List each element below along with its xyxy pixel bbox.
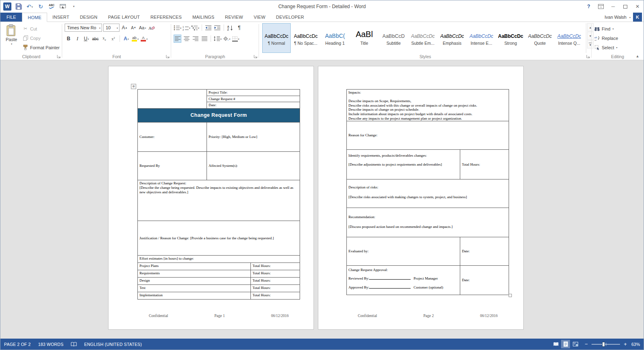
shrink-font-button[interactable]: A▼ (130, 24, 137, 32)
show-formatting-marks-button[interactable]: ¶ (235, 24, 243, 32)
customize-qat-button[interactable]: ▾ (70, 2, 77, 11)
style-item-quote[interactable]: AaBbCcDcQuote (526, 23, 554, 53)
view-web-layout-button[interactable] (571, 340, 580, 348)
clear-formatting-button[interactable]: A (148, 24, 155, 32)
styles-dialog-launcher[interactable] (586, 54, 590, 59)
justify-button[interactable] (200, 35, 208, 43)
chevron-down-icon[interactable]: ▾ (98, 26, 100, 29)
form-title-banner[interactable]: Change Request Form (138, 108, 300, 122)
collapse-ribbon-button[interactable]: ▲ (634, 53, 641, 59)
save-button[interactable] (15, 2, 22, 11)
italic-button[interactable]: I (74, 35, 81, 43)
cell-evaluated-by[interactable]: Evaluated by: (347, 237, 460, 265)
cell-identify-total-hours[interactable]: Total Hours: (460, 150, 509, 179)
help-button[interactable]: ? (583, 0, 595, 13)
close-button[interactable]: ✕ (631, 0, 644, 13)
cell-description-of-risks[interactable]: Description of risks: [Describe risks as… (347, 179, 509, 208)
style-item-title[interactable]: AaBlTitle (350, 23, 379, 53)
document-canvas[interactable]: ✛ Project Title: Change Request # Date: … (0, 60, 644, 339)
style-item-heading-1[interactable]: AaBbC(Heading 1 (321, 23, 349, 53)
tab-references[interactable]: REFERENCES (145, 13, 187, 22)
zoom-in-button[interactable]: + (623, 341, 627, 347)
cell-effort-label[interactable]: Requirements (138, 270, 251, 277)
numbering-button[interactable]: 12▾ (183, 24, 190, 32)
style-item-emphasis[interactable]: AaBbCcDcEmphasis (438, 23, 466, 53)
font-family-combo[interactable]: Times New Ro▾ (65, 24, 102, 32)
style-item-subtle-emphasis[interactable]: AaBbCcDcSubtle Em... (409, 23, 437, 53)
cell-effort-label[interactable]: Project Plans (138, 263, 251, 270)
style-item-no-spacing[interactable]: AaBbCcDc¶ No Spac... (292, 23, 320, 53)
cell-effort-hours[interactable]: Total Hours: (251, 292, 300, 299)
maximize-button[interactable] (619, 0, 631, 13)
view-read-mode-button[interactable] (551, 340, 560, 348)
tab-page-layout[interactable]: PAGE LAYOUT (103, 13, 145, 22)
select-button[interactable]: Select▾ (594, 43, 618, 52)
cell-effort-label[interactable]: Implementation (138, 292, 251, 299)
cell-effort-hours[interactable]: Total Hours: (251, 263, 300, 270)
tab-review[interactable]: REVIEW (220, 13, 248, 22)
zoom-slider[interactable] (592, 344, 620, 345)
increase-indent-button[interactable] (213, 24, 221, 32)
align-right-button[interactable] (191, 35, 199, 43)
table-resize-handle[interactable] (509, 294, 512, 297)
cell-effort-header[interactable]: Effort estimates [in hours] to change: (138, 256, 300, 262)
cell-evaluated-date[interactable]: Date: (460, 237, 509, 265)
superscript-button[interactable]: x2 (109, 35, 117, 43)
cell-effort-hours[interactable]: Total Hours: (251, 285, 300, 292)
find-button[interactable]: Find▾ (594, 24, 618, 33)
style-item-normal[interactable]: AaBbCcDc¶ Normal (262, 23, 291, 53)
avatar[interactable]: K (633, 13, 642, 22)
multilevel-list-button[interactable]: ▾ (191, 24, 199, 32)
zoom-slider-thumb[interactable] (602, 342, 605, 347)
paste-button[interactable]: Paste ▾ (3, 24, 20, 53)
redo-button[interactable]: ↻ (37, 2, 44, 11)
borders-button[interactable]: ▾ (232, 35, 239, 43)
cell-requested-by[interactable]: Requested By (138, 152, 207, 180)
style-item-strong[interactable]: AaBbCcDcStrong (496, 23, 525, 53)
cell-date[interactable]: Date: (207, 102, 300, 108)
line-spacing-button[interactable]: ▾ (213, 35, 222, 43)
chevron-down-icon[interactable]: ▾ (115, 26, 118, 29)
cell-logo-placeholder[interactable] (138, 90, 207, 108)
style-item-intense-emphasis[interactable]: AaBbCcDcIntense E... (467, 23, 496, 53)
clipboard-dialog-launcher[interactable] (57, 54, 61, 59)
cell-effort-hours[interactable]: Total Hours: (251, 270, 300, 277)
cell-effort-label[interactable]: Design (138, 278, 251, 284)
page-2[interactable]: Impacts: Describe impacts on Scope, Requ… (318, 66, 523, 329)
cell-customer[interactable]: Customer: (138, 122, 207, 151)
cell-effort-hours[interactable]: Total Hours: (251, 278, 300, 284)
bold-button[interactable]: B (65, 35, 72, 43)
cell-impacts[interactable]: Impacts: Describe impacts on Scope, Requ… (347, 90, 509, 121)
undo-button[interactable]: ↶▾ (26, 2, 33, 11)
change-request-table-page2[interactable]: Impacts: Describe impacts on Scope, Requ… (346, 89, 509, 295)
shading-button[interactable]: ▾ (223, 35, 231, 43)
tab-file[interactable]: FILE (0, 13, 22, 22)
font-color-button[interactable]: A▾ (140, 35, 148, 43)
account-dropdown-icon[interactable]: ▾ (629, 16, 631, 19)
cell-description[interactable]: Description of Change Request: [Describe… (138, 180, 300, 221)
tab-mailings[interactable]: MAILINGS (187, 13, 220, 22)
highlight-button[interactable]: ab▾ (131, 35, 139, 43)
decrease-indent-button[interactable] (205, 24, 212, 32)
subscript-button[interactable]: x2 (100, 35, 108, 43)
touch-mouse-mode-button[interactable] (59, 2, 66, 11)
cell-effort-label[interactable]: Test (138, 285, 251, 292)
tab-view[interactable]: VIEW (248, 13, 271, 22)
zoom-out-button[interactable]: − (584, 341, 588, 347)
minimize-button[interactable]: ─ (607, 0, 619, 13)
paragraph-dialog-launcher[interactable] (253, 54, 258, 59)
format-painter-button[interactable]: Format Painter (22, 43, 60, 52)
text-effects-button[interactable]: A▾ (122, 35, 130, 43)
zoom-percentage[interactable]: 63% (631, 342, 644, 347)
paste-dropdown-icon[interactable]: ▾ (11, 42, 12, 45)
proofing-status-button[interactable] (67, 339, 80, 350)
cell-affected-systems[interactable]: Affected System(s): (207, 152, 300, 180)
tab-insert[interactable]: INSERT (47, 13, 74, 22)
cell-reason-for-change[interactable]: Reason for Change: (347, 121, 509, 149)
replace-button[interactable]: abacReplace (594, 34, 618, 42)
align-center-button[interactable] (183, 35, 190, 43)
style-item-subtitle[interactable]: AaBbCcDSubtitle (379, 23, 408, 53)
align-left-button[interactable] (174, 35, 181, 43)
tab-home[interactable]: HOME (22, 13, 47, 22)
strikethrough-button[interactable]: abc (91, 35, 99, 43)
